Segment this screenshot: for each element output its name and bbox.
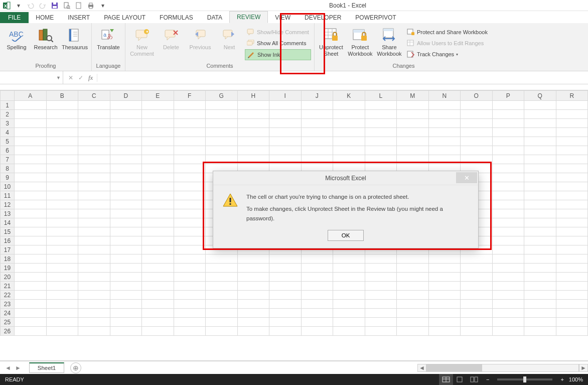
cell[interactable] xyxy=(556,200,588,209)
cell[interactable] xyxy=(174,182,206,191)
cell[interactable] xyxy=(78,218,110,227)
cell[interactable] xyxy=(237,119,269,128)
row-header[interactable]: 12 xyxy=(1,200,15,209)
row-header[interactable]: 15 xyxy=(1,227,15,236)
cell[interactable] xyxy=(110,300,142,309)
cell[interactable] xyxy=(206,146,238,155)
cell[interactable] xyxy=(556,309,588,318)
cell[interactable] xyxy=(556,227,588,236)
cell[interactable] xyxy=(524,236,556,245)
cell[interactable] xyxy=(492,137,524,146)
cell[interactable] xyxy=(46,309,78,318)
cell[interactable] xyxy=(206,254,238,264)
cell[interactable] xyxy=(237,128,269,137)
cell[interactable] xyxy=(15,264,47,273)
cell[interactable] xyxy=(15,155,47,164)
cell[interactable] xyxy=(110,218,142,227)
cell[interactable] xyxy=(78,101,110,110)
cell[interactable] xyxy=(78,173,110,182)
cell[interactable] xyxy=(269,318,302,327)
row-header[interactable]: 8 xyxy=(1,164,15,173)
column-header[interactable]: P xyxy=(492,91,524,101)
cell[interactable] xyxy=(174,236,206,245)
row-header[interactable]: 13 xyxy=(1,209,15,218)
column-header[interactable]: B xyxy=(46,91,78,101)
cell[interactable] xyxy=(237,318,269,327)
delete-comment-button[interactable]: Delete xyxy=(158,26,185,51)
cell[interactable] xyxy=(46,164,78,173)
cell[interactable] xyxy=(78,200,110,209)
cell[interactable] xyxy=(269,264,302,273)
cell[interactable] xyxy=(556,273,588,282)
column-header[interactable]: F xyxy=(174,91,206,101)
row-header[interactable]: 5 xyxy=(1,137,15,146)
cell[interactable] xyxy=(556,155,588,164)
cell[interactable] xyxy=(397,155,429,164)
cell[interactable] xyxy=(397,110,429,119)
cell[interactable] xyxy=(428,155,461,164)
cell[interactable] xyxy=(78,236,110,245)
cell[interactable] xyxy=(333,155,365,164)
cell[interactable] xyxy=(206,291,238,300)
cell[interactable] xyxy=(492,300,524,309)
cell[interactable] xyxy=(556,119,588,128)
cell[interactable] xyxy=(46,128,78,137)
cell[interactable] xyxy=(15,137,47,146)
allow-users-edit-ranges-button[interactable]: Allow Users to Edit Ranges xyxy=(405,38,490,48)
cell[interactable] xyxy=(142,291,174,300)
cell[interactable] xyxy=(174,327,206,336)
row-header[interactable]: 24 xyxy=(1,309,15,318)
next-comment-button[interactable]: Next xyxy=(216,26,243,51)
cell[interactable] xyxy=(142,209,174,218)
cell[interactable] xyxy=(333,146,365,155)
cell[interactable] xyxy=(206,282,238,291)
cell[interactable] xyxy=(269,128,302,137)
cell[interactable] xyxy=(142,164,174,173)
cell[interactable] xyxy=(15,273,47,282)
cell[interactable] xyxy=(46,146,78,155)
cell[interactable] xyxy=(269,155,302,164)
cell[interactable] xyxy=(365,119,397,128)
select-all-corner[interactable] xyxy=(1,91,15,101)
cell[interactable] xyxy=(110,282,142,291)
cell[interactable] xyxy=(461,309,493,318)
qat-dropdown-icon[interactable]: ▾ xyxy=(14,1,23,10)
cell[interactable] xyxy=(174,128,206,137)
cell[interactable] xyxy=(492,209,524,218)
cell[interactable] xyxy=(269,282,302,291)
row-header[interactable]: 17 xyxy=(1,245,15,254)
cell[interactable] xyxy=(461,282,493,291)
cell[interactable] xyxy=(461,119,493,128)
cell[interactable] xyxy=(524,309,556,318)
cell[interactable] xyxy=(524,327,556,336)
cell[interactable] xyxy=(237,110,269,119)
cell[interactable] xyxy=(46,300,78,309)
cell[interactable] xyxy=(556,300,588,309)
cell[interactable] xyxy=(428,110,461,119)
cell[interactable] xyxy=(556,146,588,155)
cell[interactable] xyxy=(110,273,142,282)
cell[interactable] xyxy=(15,300,47,309)
cell[interactable] xyxy=(524,200,556,209)
cell[interactable] xyxy=(15,110,47,119)
cell[interactable] xyxy=(142,137,174,146)
tab-review[interactable]: REVIEW xyxy=(229,11,268,23)
column-header[interactable]: L xyxy=(365,91,397,101)
cell[interactable] xyxy=(237,254,269,264)
cell[interactable] xyxy=(556,137,588,146)
row-header[interactable]: 21 xyxy=(1,282,15,291)
cell[interactable] xyxy=(15,282,47,291)
translate-button[interactable]: aあ Translate xyxy=(95,26,122,51)
cell[interactable] xyxy=(78,318,110,327)
cell[interactable] xyxy=(15,182,47,191)
cell[interactable] xyxy=(142,273,174,282)
cell[interactable] xyxy=(492,146,524,155)
cell[interactable] xyxy=(46,155,78,164)
cell[interactable] xyxy=(365,155,397,164)
row-header[interactable]: 3 xyxy=(1,119,15,128)
cell[interactable] xyxy=(556,110,588,119)
zoom-out-button[interactable]: − xyxy=(486,376,489,382)
cell[interactable] xyxy=(78,209,110,218)
cell[interactable] xyxy=(206,264,238,273)
column-header[interactable]: A xyxy=(15,91,47,101)
